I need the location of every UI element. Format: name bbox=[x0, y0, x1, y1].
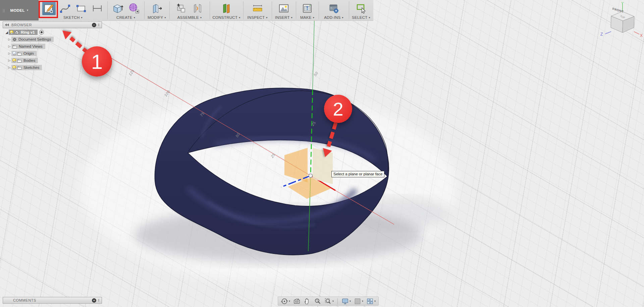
tree-item-label: Document Settings bbox=[18, 37, 51, 41]
expander-icon[interactable]: ◢ bbox=[5, 31, 9, 34]
menu-modify[interactable]: MODIFY▾ bbox=[148, 15, 166, 19]
browser-title: BROWSER bbox=[11, 23, 92, 27]
visibility-bulb-icon[interactable] bbox=[12, 58, 15, 62]
nav-separator bbox=[337, 298, 338, 304]
chevron-down-icon: ▾ bbox=[239, 16, 240, 19]
grid-icon bbox=[354, 298, 361, 305]
tree-item-label: Bodies bbox=[23, 58, 35, 62]
pan-button[interactable] bbox=[304, 298, 311, 305]
expander-icon[interactable]: ▷ bbox=[7, 38, 11, 41]
panel-grip-icon[interactable]: ‖ bbox=[98, 23, 100, 27]
press-pull-button[interactable] bbox=[150, 2, 164, 15]
menu-sketch[interactable]: SKETCH▾ bbox=[63, 15, 83, 19]
expander-icon[interactable]: ▷ bbox=[7, 45, 11, 48]
workspace-label: MODEL bbox=[10, 8, 25, 12]
viewcube-z-label: Z bbox=[600, 32, 603, 37]
cursor-tooltip: Select a plane or planar face bbox=[331, 171, 384, 177]
dimension-icon bbox=[92, 3, 103, 14]
insert-image-button[interactable] bbox=[277, 2, 290, 15]
toolbar-group-modify: MODIFY▾ bbox=[144, 0, 169, 20]
look-at-icon bbox=[293, 298, 301, 305]
form-sphere-icon bbox=[128, 2, 140, 14]
chevron-down-icon: ▾ bbox=[134, 16, 135, 19]
navigation-toolbar: ▾ ▾ ▾ bbox=[278, 297, 379, 306]
main-toolbar: || MODEL ▾ bbox=[0, 0, 373, 21]
add-ins-button[interactable]: >- bbox=[327, 2, 340, 15]
viewcube-z-axis bbox=[605, 32, 611, 34]
look-at-button[interactable] bbox=[293, 298, 301, 305]
chevron-down-icon: ▾ bbox=[291, 16, 292, 19]
measure-button[interactable] bbox=[251, 2, 264, 15]
chevron-down-icon: ▾ bbox=[27, 9, 28, 12]
chevron-down-icon: ▾ bbox=[266, 16, 267, 19]
zoom-window-button[interactable]: ▾ bbox=[324, 298, 334, 305]
visibility-bulb-icon[interactable] bbox=[10, 30, 13, 34]
minimize-panel-button[interactable]: − bbox=[92, 23, 96, 27]
visibility-bulb-off-icon[interactable] bbox=[12, 51, 15, 55]
visibility-bulb-icon[interactable] bbox=[12, 65, 15, 70]
viewports-icon bbox=[366, 298, 374, 305]
menu-select[interactable]: SELECT▾ bbox=[352, 15, 370, 19]
display-settings-icon bbox=[341, 298, 349, 305]
panel-grip-icon[interactable]: ‖ bbox=[98, 299, 100, 302]
sketch-dimension-button[interactable] bbox=[91, 2, 104, 15]
expander-icon[interactable]: ▷ bbox=[7, 52, 11, 55]
measure-icon bbox=[252, 2, 264, 14]
toolbar-grip-icon[interactable]: || bbox=[3, 8, 5, 12]
tree-row-named-views[interactable]: ▷ Named Views bbox=[3, 44, 102, 49]
new-component-button[interactable] bbox=[175, 2, 188, 15]
collapse-panel-icon[interactable] bbox=[5, 24, 9, 26]
menu-assemble[interactable]: ASSEMBLE▾ bbox=[177, 15, 202, 19]
menu-construct[interactable]: CONSTRUCT▾ bbox=[212, 15, 240, 19]
press-pull-icon bbox=[151, 2, 163, 14]
expander-icon[interactable]: ▷ bbox=[7, 66, 11, 69]
chevron-down-icon: ▾ bbox=[200, 16, 202, 19]
menu-addins[interactable]: ADD-INS▾ bbox=[324, 15, 343, 19]
select-button[interactable] bbox=[355, 2, 368, 15]
toolbar-group-insert: INSERT▾ bbox=[272, 0, 296, 20]
create-sketch-button[interactable] bbox=[42, 2, 56, 15]
menu-create[interactable]: CREATE▾ bbox=[116, 15, 135, 19]
display-settings-button[interactable]: ▾ bbox=[341, 298, 351, 305]
make-button[interactable] bbox=[301, 2, 314, 15]
create-form-button[interactable] bbox=[127, 2, 141, 15]
folder-icon bbox=[17, 66, 22, 70]
tree-row-document-settings[interactable]: ▷ Document Settings bbox=[3, 37, 102, 42]
grid-settings-button[interactable]: ▾ bbox=[354, 298, 363, 305]
toolbar-group-assemble: ASSEMBLE▾ bbox=[169, 0, 210, 20]
create-solid-button[interactable] bbox=[111, 2, 124, 15]
origin-point[interactable] bbox=[309, 174, 313, 178]
toolbar-group-sketch: SKETCH▾ bbox=[39, 0, 107, 20]
chevron-down-icon: ▾ bbox=[362, 300, 363, 303]
zoom-button[interactable] bbox=[314, 298, 321, 305]
construct-plane-button[interactable] bbox=[220, 2, 233, 15]
pan-hand-icon bbox=[304, 298, 311, 305]
viewports-button[interactable]: ▾ bbox=[366, 298, 376, 305]
activate-component-radio[interactable] bbox=[39, 30, 44, 35]
folder-icon bbox=[12, 45, 17, 48]
comments-title: COMMENTS bbox=[13, 298, 92, 302]
menu-insert[interactable]: INSERT▾ bbox=[275, 15, 292, 19]
add-comment-button[interactable]: + bbox=[92, 298, 96, 303]
menu-inspect[interactable]: INSPECT▾ bbox=[247, 15, 267, 19]
workspace-selector[interactable]: || MODEL ▾ bbox=[0, 0, 39, 20]
sketch-rectangle-button[interactable] bbox=[74, 2, 88, 15]
comments-panel: COMMENTS + ‖ bbox=[3, 297, 102, 304]
viewcube[interactable]: Y Z X TOP FRONT RIGHT bbox=[596, 1, 643, 39]
sketch-spline-button[interactable] bbox=[58, 2, 72, 15]
chevron-down-icon: ▾ bbox=[369, 16, 370, 19]
viewcube-y-label: Y bbox=[621, 1, 624, 5]
new-component-icon bbox=[175, 2, 187, 14]
print-3d-icon bbox=[301, 2, 313, 14]
menu-make[interactable]: MAKE▾ bbox=[300, 15, 314, 19]
browser-header[interactable]: BROWSER − ‖ bbox=[3, 21, 102, 28]
orbit-button[interactable]: ▾ bbox=[281, 298, 290, 305]
chevron-down-icon: ▾ bbox=[332, 300, 334, 303]
expander-icon[interactable]: ▷ bbox=[7, 59, 11, 62]
tree-item-label: Sketches bbox=[23, 65, 39, 70]
folder-icon bbox=[17, 59, 22, 62]
tree-row-root[interactable]: ◢ Ring v1 bbox=[3, 30, 102, 35]
orbit-icon bbox=[281, 298, 288, 305]
comments-header[interactable]: COMMENTS + ‖ bbox=[3, 297, 102, 304]
joint-button[interactable] bbox=[191, 2, 204, 15]
